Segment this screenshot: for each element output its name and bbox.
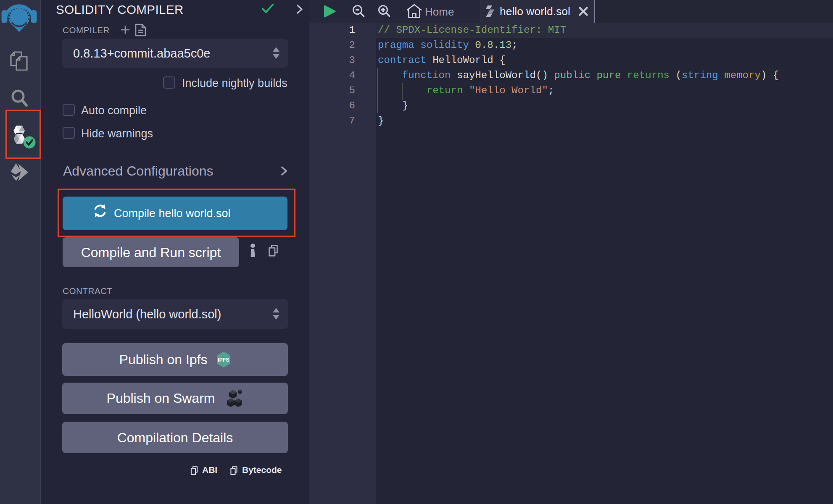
svg-text:IPFS: IPFS — [218, 357, 230, 363]
